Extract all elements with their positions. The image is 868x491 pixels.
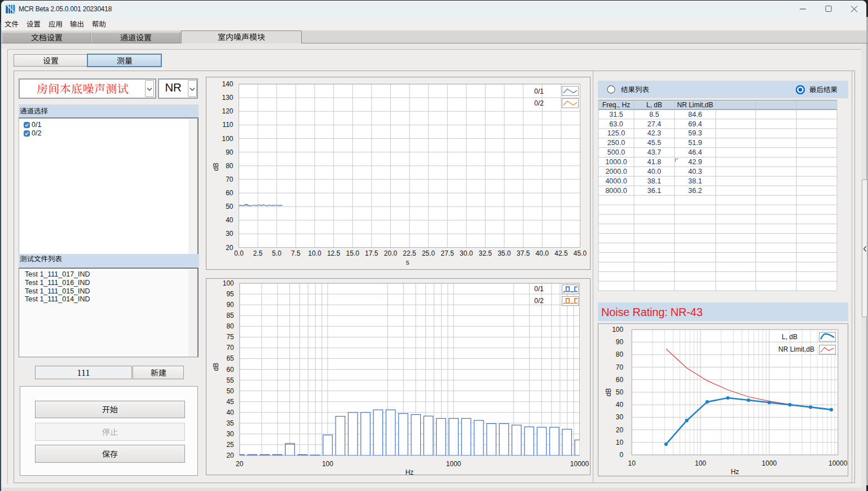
svg-text:NR Limit,dB: NR Limit,dB [677,101,713,109]
svg-text:50: 50 [226,387,234,395]
svg-text:25: 25 [226,441,234,449]
svg-text:0/2: 0/2 [534,99,544,107]
svg-text:10: 10 [616,439,624,446]
svg-text:35.0: 35.0 [497,249,511,257]
svg-text:0/1: 0/1 [534,87,544,95]
svg-text:dB: dB [212,163,220,171]
svg-text:36.2: 36.2 [688,187,702,195]
svg-text:L, dB: L, dB [782,333,797,341]
svg-text:1000: 1000 [762,459,777,467]
svg-text:51.9: 51.9 [688,139,702,147]
svg-text:60: 60 [226,366,234,374]
svg-text:42.9: 42.9 [688,158,702,166]
svg-text:0: 0 [620,451,624,459]
svg-text:45.5: 45.5 [647,139,661,147]
svg-text:35: 35 [226,419,234,427]
svg-text:90: 90 [226,301,234,309]
svg-text:95: 95 [226,290,234,298]
svg-text:10000: 10000 [570,460,589,468]
svg-text:7.5: 7.5 [290,249,300,257]
svg-text:0/2: 0/2 [534,297,544,305]
svg-text:dB: dB [605,388,613,397]
svg-text:4000.0: 4000.0 [605,177,627,185]
svg-text:50: 50 [616,388,624,396]
svg-text:8.5: 8.5 [649,111,659,119]
svg-text:100: 100 [612,326,623,334]
svg-text:5.0: 5.0 [272,249,281,257]
svg-text:65: 65 [226,354,234,362]
svg-text:Freq., Hz: Freq., Hz [602,101,630,109]
svg-text:30.0: 30.0 [460,249,473,257]
svg-text:25.0: 25.0 [421,249,435,257]
svg-text:30: 30 [616,413,624,421]
svg-text:40.3: 40.3 [688,168,702,176]
svg-text:dB: dB [212,363,220,371]
svg-text:37.5: 37.5 [517,249,530,257]
svg-text:2000.0: 2000.0 [605,168,627,176]
svg-text:NR Limit,dB: NR Limit,dB [778,345,814,353]
svg-text:42.5: 42.5 [554,249,568,257]
svg-text:100: 100 [321,460,333,468]
svg-text:1000: 1000 [446,460,461,468]
svg-text:90: 90 [616,338,624,346]
svg-text:250.0: 250.0 [607,139,625,147]
svg-text:90: 90 [226,148,233,156]
svg-text:80: 80 [616,350,624,358]
svg-text:40: 40 [616,401,624,409]
svg-text:110: 110 [222,121,233,129]
svg-text:27.5: 27.5 [440,249,454,257]
svg-text:59.3: 59.3 [688,129,702,137]
svg-text:40: 40 [226,216,233,224]
svg-text:20.0: 20.0 [384,249,397,257]
svg-text:30: 30 [226,230,233,238]
svg-text:10.0: 10.0 [308,249,321,257]
svg-text:27.4: 27.4 [647,120,661,128]
svg-text:32.5: 32.5 [478,249,492,257]
svg-text:60: 60 [616,376,624,384]
svg-text:20: 20 [226,244,233,252]
svg-text:84.6: 84.6 [688,111,702,119]
svg-text:17.5: 17.5 [365,249,378,257]
svg-text:36.1: 36.1 [647,187,661,195]
svg-text:41.8: 41.8 [647,158,661,166]
svg-text:45: 45 [226,398,234,406]
svg-text:10000: 10000 [829,459,848,467]
svg-text:Hz: Hz [405,468,413,475]
svg-text:40.0: 40.0 [535,249,549,257]
svg-text:120: 120 [222,107,233,115]
svg-text:Hz: Hz [731,468,739,476]
svg-text:10: 10 [628,459,636,467]
svg-text:130: 130 [222,94,233,102]
svg-text:80: 80 [226,162,233,170]
svg-text:12.5: 12.5 [327,249,340,257]
svg-text:100: 100 [222,279,233,287]
svg-text:85: 85 [226,312,234,319]
svg-text:8000.0: 8000.0 [605,187,627,195]
svg-text:20: 20 [226,451,234,459]
svg-text:70: 70 [616,363,624,371]
svg-text:42.3: 42.3 [647,129,661,137]
svg-text:69.4: 69.4 [688,120,702,128]
svg-text:46.4: 46.4 [688,148,702,156]
svg-text:20: 20 [236,460,244,468]
svg-text:2.5: 2.5 [253,249,262,257]
svg-text:1000.0: 1000.0 [605,158,627,166]
svg-text:38.1: 38.1 [688,177,702,185]
svg-text:22.5: 22.5 [403,249,416,257]
svg-text:0.0: 0.0 [234,249,244,257]
svg-text:500.0: 500.0 [607,148,625,156]
svg-text:31.5: 31.5 [609,111,623,119]
svg-text:50: 50 [226,203,233,211]
svg-text:55: 55 [226,376,234,384]
svg-text:70: 70 [226,176,233,183]
svg-text:100: 100 [222,135,233,143]
svg-text:40.0: 40.0 [647,168,661,176]
svg-text:30: 30 [226,430,234,438]
svg-text:38.1: 38.1 [647,177,661,185]
svg-text:43.7: 43.7 [647,148,661,156]
svg-text:140: 140 [222,80,233,88]
svg-text:80: 80 [226,322,234,330]
svg-text:45.0: 45.0 [573,249,587,257]
svg-text:75: 75 [226,333,234,341]
svg-text:0/1: 0/1 [534,285,544,293]
